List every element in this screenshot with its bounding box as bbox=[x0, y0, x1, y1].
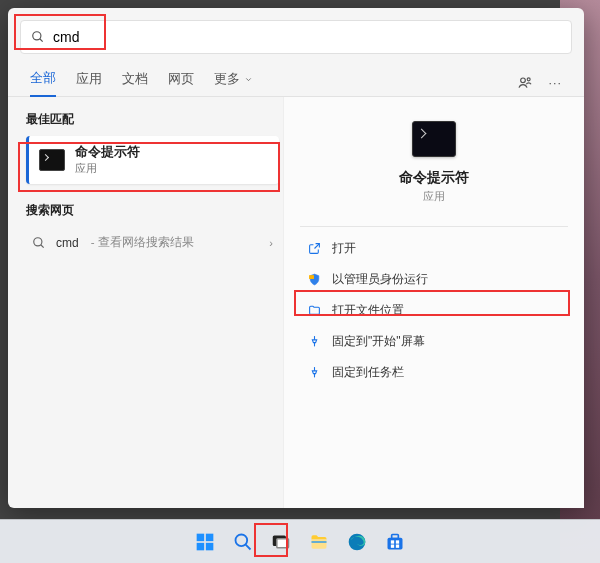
svg-rect-20 bbox=[396, 540, 399, 543]
action-pin-to-start[interactable]: 固定到"开始"屏幕 bbox=[300, 326, 568, 357]
svg-rect-22 bbox=[396, 544, 399, 547]
svg-rect-10 bbox=[206, 542, 214, 550]
search-input[interactable] bbox=[53, 29, 561, 45]
svg-rect-6 bbox=[309, 275, 314, 279]
tab-more[interactable]: 更多 bbox=[214, 71, 253, 96]
action-pin-to-taskbar[interactable]: 固定到任务栏 bbox=[300, 357, 568, 388]
svg-rect-14 bbox=[277, 538, 289, 547]
svg-point-4 bbox=[34, 237, 42, 245]
start-button[interactable] bbox=[192, 529, 218, 555]
action-open-label: 打开 bbox=[332, 240, 356, 257]
pin-icon bbox=[306, 366, 322, 379]
cmd-app-icon bbox=[39, 149, 65, 171]
chevron-down-icon bbox=[244, 75, 253, 84]
svg-rect-7 bbox=[197, 533, 205, 541]
results-pane: 最佳匹配 命令提示符 应用 搜索网页 cmd - 查看网络搜索结果 › bbox=[8, 97, 283, 508]
search-web-header: 搜索网页 bbox=[26, 202, 279, 219]
action-pin-taskbar-label: 固定到任务栏 bbox=[332, 364, 404, 381]
search-icon bbox=[32, 236, 46, 250]
action-run-admin-label: 以管理员身份运行 bbox=[332, 271, 428, 288]
taskbar bbox=[0, 519, 600, 563]
action-open-location-label: 打开文件位置 bbox=[332, 302, 404, 319]
svg-line-5 bbox=[41, 244, 44, 247]
pin-icon bbox=[306, 335, 322, 348]
account-icon[interactable] bbox=[517, 75, 533, 91]
svg-point-0 bbox=[33, 32, 41, 40]
best-match-title: 命令提示符 bbox=[75, 144, 140, 161]
svg-point-3 bbox=[527, 78, 530, 81]
best-match-item[interactable]: 命令提示符 应用 bbox=[26, 136, 279, 184]
tab-more-label: 更多 bbox=[214, 71, 240, 88]
tab-all[interactable]: 全部 bbox=[30, 70, 56, 97]
search-bar[interactable] bbox=[20, 20, 572, 54]
tab-web[interactable]: 网页 bbox=[168, 71, 194, 96]
more-options-icon[interactable]: ··· bbox=[549, 76, 562, 90]
search-window: 全部 应用 文档 网页 更多 ··· 最佳匹配 命令提示符 应用 bbox=[8, 8, 584, 508]
task-view-button[interactable] bbox=[268, 529, 294, 555]
svg-rect-19 bbox=[391, 540, 394, 543]
svg-rect-21 bbox=[391, 544, 394, 547]
detail-subtitle: 应用 bbox=[423, 189, 445, 204]
chevron-right-icon: › bbox=[269, 237, 273, 249]
web-search-result[interactable]: cmd - 查看网络搜索结果 › bbox=[26, 227, 279, 258]
svg-rect-15 bbox=[312, 541, 327, 543]
action-pin-start-label: 固定到"开始"屏幕 bbox=[332, 333, 425, 350]
edge-browser-button[interactable] bbox=[344, 529, 370, 555]
svg-point-2 bbox=[520, 78, 525, 83]
open-icon bbox=[306, 242, 322, 255]
best-match-subtitle: 应用 bbox=[75, 161, 140, 176]
action-run-as-admin[interactable]: 以管理员身份运行 bbox=[300, 264, 568, 295]
detail-title: 命令提示符 bbox=[399, 169, 469, 187]
store-button[interactable] bbox=[382, 529, 408, 555]
svg-line-1 bbox=[40, 39, 43, 42]
tab-documents[interactable]: 文档 bbox=[122, 71, 148, 96]
action-open[interactable]: 打开 bbox=[300, 233, 568, 264]
web-result-term: cmd bbox=[56, 236, 79, 250]
folder-icon bbox=[306, 304, 322, 317]
svg-point-11 bbox=[236, 534, 248, 546]
svg-rect-8 bbox=[206, 533, 214, 541]
detail-pane: 命令提示符 应用 打开 以管理员身份运行 bbox=[283, 97, 584, 508]
best-match-header: 最佳匹配 bbox=[26, 111, 279, 128]
svg-rect-18 bbox=[392, 534, 399, 538]
file-explorer-button[interactable] bbox=[306, 529, 332, 555]
taskbar-search-button[interactable] bbox=[230, 529, 256, 555]
web-result-suffix: - 查看网络搜索结果 bbox=[91, 235, 194, 250]
action-open-file-location[interactable]: 打开文件位置 bbox=[300, 295, 568, 326]
shield-icon bbox=[306, 273, 322, 286]
search-icon bbox=[31, 30, 45, 44]
cmd-app-icon-large bbox=[412, 121, 456, 157]
svg-rect-9 bbox=[197, 542, 205, 550]
tab-apps[interactable]: 应用 bbox=[76, 71, 102, 96]
svg-line-12 bbox=[246, 544, 251, 549]
svg-rect-17 bbox=[388, 537, 403, 549]
search-tabs: 全部 应用 文档 网页 更多 ··· bbox=[8, 60, 584, 97]
